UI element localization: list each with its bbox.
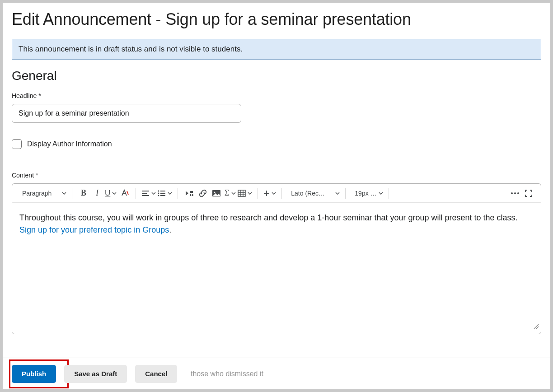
svg-rect-10: [190, 191, 193, 193]
editor-toolbar: Paragraph B I U: [12, 184, 541, 203]
svg-point-23: [514, 192, 516, 194]
author-info-checkbox[interactable]: [12, 139, 22, 149]
cancel-button[interactable]: Cancel: [135, 365, 177, 383]
publish-button[interactable]: Publish: [12, 365, 56, 383]
italic-button[interactable]: I: [90, 187, 104, 200]
chevron-down-icon: [231, 192, 236, 195]
editor-body[interactable]: Throughout this course, you will work in…: [12, 203, 541, 334]
chevron-down-icon: [379, 192, 383, 195]
page-title: Edit Announcement - Sign up for a semina…: [12, 10, 541, 29]
table-button[interactable]: [237, 187, 253, 200]
text-color-button[interactable]: [117, 187, 131, 200]
svg-point-24: [517, 192, 519, 194]
chevron-down-icon: [168, 192, 172, 195]
rich-text-editor: Paragraph B I U: [12, 183, 541, 334]
svg-rect-15: [238, 190, 245, 196]
faded-bg-text: those who dismissed it: [191, 370, 263, 378]
svg-point-14: [214, 191, 216, 193]
svg-point-12: [192, 194, 193, 196]
chevron-down-icon: [62, 192, 66, 195]
headline-input[interactable]: [12, 104, 241, 123]
content-link[interactable]: Sign up for your preferred topic in Grou…: [19, 225, 169, 234]
font-family-dropdown[interactable]: Lato (Recom…: [286, 187, 341, 200]
font-size-dropdown[interactable]: 19px …: [350, 187, 384, 200]
svg-point-6: [158, 195, 159, 196]
content-label: Content *: [12, 172, 541, 179]
block-format-dropdown[interactable]: Paragraph: [18, 187, 67, 200]
resize-handle-icon[interactable]: [533, 321, 539, 333]
svg-line-0: [127, 191, 128, 195]
equation-button[interactable]: Σ: [223, 187, 237, 200]
fullscreen-button[interactable]: [522, 187, 535, 200]
insert-link-button[interactable]: [196, 187, 210, 200]
chevron-down-icon: [272, 192, 276, 195]
chevron-down-icon: [151, 192, 156, 195]
chevron-down-icon: [335, 192, 340, 195]
svg-point-4: [158, 190, 159, 191]
chevron-down-icon: [248, 192, 252, 195]
underline-button[interactable]: U: [104, 187, 117, 200]
more-actions-button[interactable]: [508, 187, 522, 200]
insert-more-button[interactable]: [262, 187, 277, 200]
author-info-label: Display Author Information: [27, 140, 112, 148]
content-text: Throughout this course, you will work in…: [19, 213, 518, 222]
svg-line-25: [534, 324, 539, 329]
save-draft-button[interactable]: Save as Draft: [64, 365, 127, 383]
insert-image-button[interactable]: [210, 187, 223, 200]
content-text-suffix: .: [169, 225, 171, 234]
svg-rect-11: [190, 194, 191, 196]
align-button[interactable]: [141, 187, 157, 200]
svg-point-5: [158, 192, 159, 194]
footer-bar: nd those who dismissed it Publish Save a…: [3, 358, 550, 389]
svg-line-26: [536, 327, 539, 329]
headline-label: Headline *: [12, 92, 541, 99]
insert-stuff-button[interactable]: [183, 187, 196, 200]
chevron-down-icon: [112, 192, 117, 195]
svg-point-22: [511, 192, 513, 194]
bold-button[interactable]: B: [77, 187, 90, 200]
list-button[interactable]: [157, 187, 173, 200]
section-title-general: General: [12, 69, 541, 83]
draft-status-banner: This announcement is in draft status and…: [12, 39, 541, 60]
